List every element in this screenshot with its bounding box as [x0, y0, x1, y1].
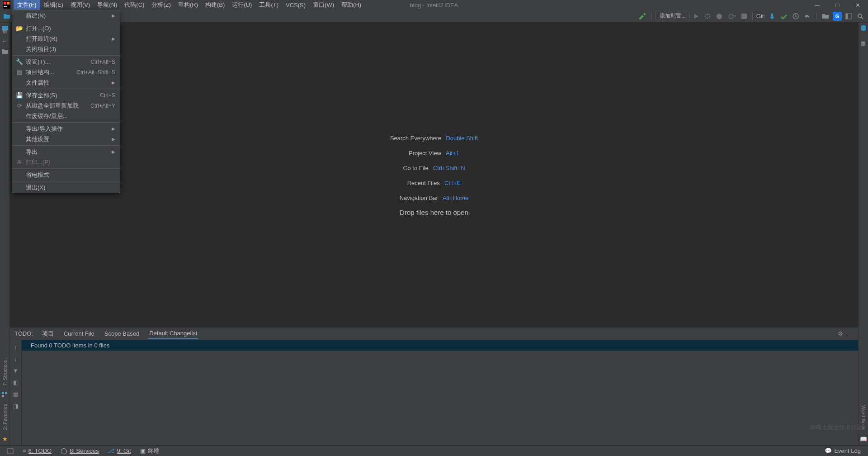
menu-invalidate-caches[interactable]: 作废缓存/重启...	[12, 111, 120, 121]
database-tool-button[interactable]: 数据库	[860, 33, 867, 41]
add-configuration-button[interactable]: 添加配置...	[656, 11, 690, 21]
todo-tab-default-changelist[interactable]: Default Changelist	[148, 328, 198, 339]
filter-icon[interactable]: ▼	[12, 366, 20, 375]
menu-file[interactable]: 文件(F)	[14, 0, 40, 10]
list-icon: ≡	[23, 447, 26, 454]
layout-icon[interactable]	[844, 11, 854, 21]
status-git-button[interactable]: ⎇9: Git	[103, 447, 135, 454]
separator	[752, 12, 753, 20]
source-icon[interactable]: ◧	[12, 378, 20, 386]
menu-save-all[interactable]: 💾保存全部(S)Ctrl+S	[12, 90, 120, 100]
todo-content: Found 0 TODO items in 0 files	[22, 340, 858, 445]
maximize-button[interactable]: □	[827, 0, 848, 10]
profiler-button[interactable]: ▾	[726, 11, 738, 21]
menu-tools[interactable]: 工具(T)	[255, 0, 282, 10]
todo-tab-current-file[interactable]: Current File	[63, 328, 95, 339]
window-controls: ─ □ ✕	[807, 0, 868, 10]
structure-icon[interactable]	[1, 391, 9, 399]
git-commit-button[interactable]	[779, 11, 789, 21]
menu-other-settings[interactable]: 其他设置▶	[12, 134, 120, 144]
menu-separator	[12, 181, 120, 181]
arrow-down-icon[interactable]: ↓	[12, 355, 20, 363]
git-rollback-button[interactable]	[802, 11, 812, 21]
folder-icon[interactable]	[1, 48, 9, 55]
separator	[651, 12, 652, 20]
hint-recent-files: Recent FilesCtrl+E	[407, 179, 461, 186]
run-button[interactable]	[692, 11, 701, 21]
folder-browse-icon[interactable]	[820, 11, 831, 21]
git-update-button[interactable]	[767, 11, 777, 21]
menu-power-save[interactable]: 省电模式	[12, 170, 120, 180]
stop-button[interactable]	[740, 11, 749, 21]
menu-print[interactable]: 🖶打印...(P)	[12, 157, 120, 167]
menu-new[interactable]: 新建(N)▶	[12, 10, 120, 21]
todo-found-message: Found 0 TODO items in 0 files	[22, 340, 858, 351]
close-button[interactable]: ✕	[848, 0, 868, 10]
menu-close-project[interactable]: 关闭项目(J)	[12, 44, 120, 54]
status-event-log-button[interactable]: 💬Event Log	[820, 447, 865, 454]
menu-export-import[interactable]: 导出/导入操作▶	[12, 124, 120, 134]
right-tool-gutter: 数据库 Word Book 📖	[858, 23, 868, 445]
menu-edit[interactable]: 编辑(E)	[40, 0, 67, 10]
database-icon[interactable]	[860, 24, 867, 32]
folder-open-icon: 📂	[16, 25, 23, 32]
project-structure-icon: ▦	[16, 69, 23, 76]
quick-access-icon[interactable]	[3, 448, 18, 454]
todo-tab-scope-based[interactable]: Scope Based	[104, 328, 140, 339]
favorites-tool-button[interactable]: 2: Favorites	[2, 400, 8, 433]
menu-help[interactable]: 帮助(H)	[338, 0, 365, 10]
menu-reload-from-disk[interactable]: ⟳从磁盘全部重新加载Ctrl+Alt+Y	[12, 100, 120, 111]
minimize-button[interactable]: ─	[807, 0, 827, 10]
menu-file-properties[interactable]: 文件属性▶	[12, 77, 120, 88]
menu-navigate[interactable]: 导航(N)	[94, 0, 121, 10]
preview-icon[interactable]: ◨	[12, 402, 20, 410]
hint-navigation-bar: Navigation BarAlt+Home	[400, 194, 469, 201]
svg-rect-12	[2, 392, 4, 394]
search-everywhere-button[interactable]	[855, 11, 865, 21]
menu-settings[interactable]: 🔧设置(T)...Ctrl+Alt+S	[12, 57, 120, 67]
svg-rect-9	[846, 14, 848, 19]
star-icon[interactable]: ★	[1, 435, 9, 442]
status-services-button[interactable]: ◯8: Services	[56, 447, 103, 454]
project-folder-icon[interactable]	[3, 12, 11, 20]
menu-run[interactable]: 运行(U)	[228, 0, 255, 10]
gear-icon[interactable]: ⚙	[838, 330, 843, 337]
menu-vcs[interactable]: VCS(S)	[282, 0, 309, 10]
menu-exit[interactable]: 退出(X)	[12, 182, 120, 193]
hide-panel-button[interactable]: —	[848, 330, 854, 337]
speech-bubble-icon: 💬	[825, 447, 832, 454]
todo-tab-project[interactable]: 项目	[41, 328, 55, 340]
menu-export[interactable]: 导出▶	[12, 147, 120, 157]
title-bar: 文件(F) 编辑(E) 视图(V) 导航(N) 代码(C) 分析(Z) 重构(R…	[0, 0, 868, 10]
structure-tool-button[interactable]: 7: Structure	[2, 356, 8, 390]
status-todo-button[interactable]: ≡6: TODO	[18, 447, 56, 454]
center-area: Search EverywhereDouble Shift Project Vi…	[10, 23, 858, 445]
git-history-button[interactable]	[791, 11, 801, 21]
book-icon[interactable]: 📖	[860, 435, 867, 442]
app-logo-icon	[3, 1, 11, 9]
coverage-button[interactable]	[714, 11, 724, 21]
menu-window[interactable]: 窗口(W)	[309, 0, 338, 10]
build-hammer-icon[interactable]	[637, 11, 648, 21]
shortcut-label: Ctrl+Alt+S	[90, 59, 115, 65]
menu-analyze[interactable]: 分析(Z)	[148, 0, 175, 10]
menu-build[interactable]: 构建(B)	[202, 0, 228, 10]
todo-panel: TODO: 项目 Current File Scope Based Defaul…	[10, 327, 858, 445]
arrow-up-icon[interactable]: ↑	[12, 343, 20, 351]
group-icon[interactable]: ▦	[12, 390, 20, 398]
todo-title: TODO:	[14, 330, 33, 337]
project-tool-icon[interactable]	[1, 24, 9, 32]
project-tool-button[interactable]: 1: 项目	[1, 33, 8, 46]
menu-view[interactable]: 视图(V)	[67, 0, 94, 10]
shortcut-label: Alt+1	[446, 150, 459, 157]
translate-icon[interactable]: G	[833, 12, 842, 21]
watermark-text: @稀土掘金技术社区	[810, 423, 863, 432]
shortcut-label: Alt+Home	[443, 195, 468, 201]
status-terminal-button[interactable]: ▣终端	[136, 447, 164, 455]
menu-refactor[interactable]: 重构(R)	[175, 0, 202, 10]
debug-button[interactable]	[703, 11, 712, 21]
menu-open-recent[interactable]: 打开最近(R)▶	[12, 33, 120, 44]
menu-open[interactable]: 📂打开...(O)	[12, 23, 120, 33]
menu-project-structure[interactable]: ▦项目结构...Ctrl+Alt+Shift+S	[12, 67, 120, 77]
menu-code[interactable]: 代码(C)	[121, 0, 148, 10]
